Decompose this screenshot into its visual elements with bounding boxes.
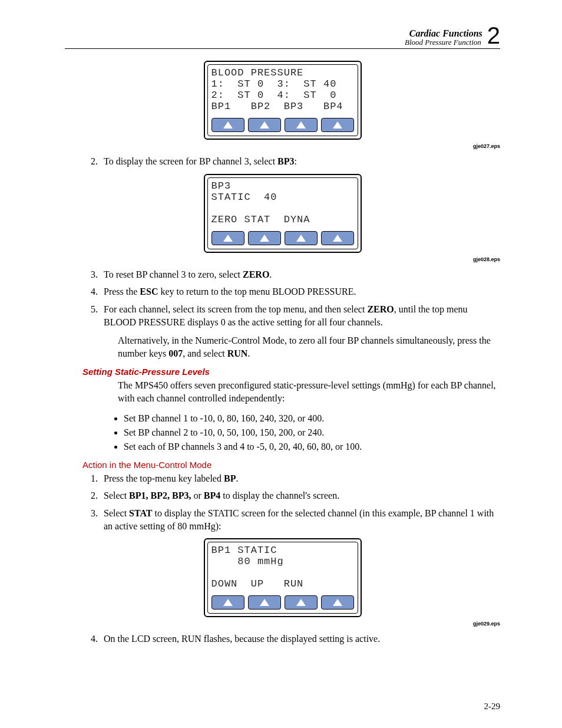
triangle-up-icon [296,599,306,606]
step-3: To reset BP channel 3 to zero, select ZE… [100,268,500,281]
figure-caption-3: gje029.eps [65,621,500,627]
lcd-screen-2: BP3 STATIC 40 ZERO STAT DYNA [204,174,362,253]
lcd1-line1: BLOOD PRESSURE [211,67,304,78]
step-4: Press the ESC key to return to the top m… [100,285,500,298]
alternative-paragraph: Alternatively, in the Numeric-Control Mo… [118,334,500,360]
lcd3-line2: 80 mmHg [211,556,284,567]
softkey-1[interactable] [211,231,244,245]
softkey-3[interactable] [285,595,318,610]
softkey-3[interactable] [285,118,318,132]
softkey-1[interactable] [211,595,244,610]
figure-caption-1: gje027.eps [65,143,500,149]
lcd-screen-3: BP1 STATIC 80 mmHg DOWN UP RUN [204,538,362,617]
lcd1-line4: BP1 BP2 BP3 BP4 [211,101,343,112]
page-number: 2-29 [484,701,501,711]
header-subtitle: Blood Pressure Function [405,38,481,47]
triangle-up-icon [260,121,269,129]
chapter-number: 2 [487,24,500,47]
lcd2-line4: ZERO STAT DYNA [211,214,310,225]
triangle-up-icon [333,599,342,606]
bullet-3: Set each of BP channels 3 and 4 to -5, 0… [124,440,500,453]
softkey-2[interactable] [248,118,281,132]
lcd1-line3: 2: ST 0 4: ST 0 [211,90,337,101]
triangle-up-icon [223,121,233,129]
steps-list-1: To display the screen for BP channel 3, … [100,155,500,168]
lcd2-line2: STATIC 40 [211,192,277,203]
action-step-3: Select STAT to display the STATIC screen… [100,507,500,532]
section-heading-static-pressure: Setting Static-Pressure Levels [82,367,500,377]
action-step-1: Press the top-menu key labeled BP. [100,472,500,485]
triangle-up-icon [333,235,342,242]
softkey-4[interactable] [321,595,354,610]
section-intro: The MPS450 offers seven preconfigured st… [118,379,500,404]
bullet-1: Set BP channel 1 to -10, 0, 80, 160, 240… [124,412,500,425]
section-heading-action: Action in the Menu-Control Mode [82,460,500,470]
softkey-2[interactable] [248,595,281,610]
page-header: Cardiac Functions Blood Pressure Functio… [65,24,500,49]
action-step-2: Select BP1, BP2, BP3, or BP4 to display … [100,489,500,502]
triangle-up-icon [223,599,233,606]
lcd1-line2: 1: ST 0 3: ST 40 [211,78,337,90]
figure-caption-2: gje028.eps [65,256,500,262]
bullet-list: Set BP channel 1 to -10, 0, 80, 160, 240… [124,412,500,454]
softkey-3[interactable] [285,231,318,245]
lcd3-line4: DOWN UP RUN [211,578,304,589]
triangle-up-icon [223,235,233,242]
lcd3-line1: BP1 STATIC [211,545,277,556]
triangle-up-icon [333,121,342,129]
softkey-4[interactable] [321,231,354,245]
softkey-4[interactable] [321,118,354,132]
softkey-1[interactable] [211,118,244,132]
steps-list-2: To reset BP channel 3 to zero, select ZE… [100,268,500,328]
step-2: To display the screen for BP channel 3, … [100,155,500,168]
action-step-4: On the LCD screen, RUN flashes, because … [100,633,500,645]
lcd2-line1: BP3 [211,180,232,192]
steps-list-4: On the LCD screen, RUN flashes, because … [100,633,500,645]
triangle-up-icon [260,599,269,606]
steps-list-3: Press the top-menu key labeled BP. Selec… [100,472,500,532]
bullet-2: Set BP channel 2 to -10, 0, 50, 100, 150… [124,426,500,439]
triangle-up-icon [296,235,306,242]
triangle-up-icon [296,121,306,129]
step-5: For each channel, select its screen from… [100,303,500,328]
softkey-2[interactable] [248,231,281,245]
lcd-screen-1: BLOOD PRESSURE 1: ST 0 3: ST 40 2: ST 0 … [204,61,362,140]
triangle-up-icon [260,235,269,242]
